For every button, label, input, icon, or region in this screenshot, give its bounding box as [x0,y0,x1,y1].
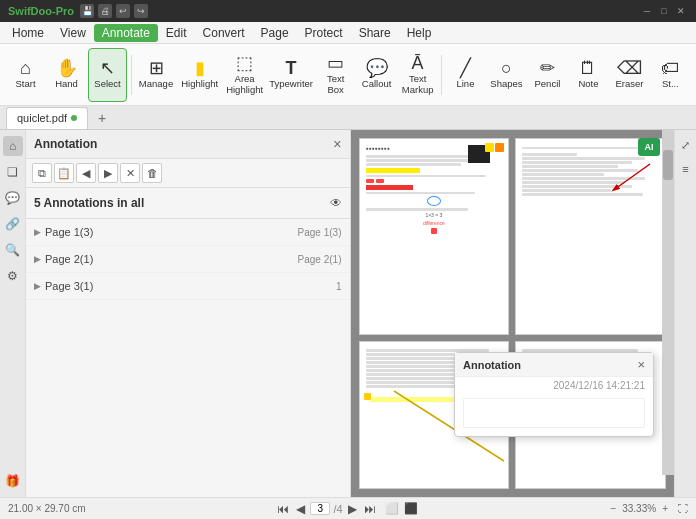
anno-popup-text[interactable] [463,398,645,428]
sidebar-icon-search[interactable]: 🔍 [3,240,23,260]
tool-text-markup[interactable]: Ā Text Markup [398,48,437,102]
menu-convert[interactable]: Convert [195,24,253,42]
pdf-page-1[interactable]: ●●●●●●●● 1×3 = [359,138,510,335]
zoom-out-button[interactable]: − [607,503,619,514]
tool-pencil[interactable]: ✏ Pencil [528,48,567,102]
eraser-icon: ⌫ [617,59,642,77]
shapes-icon: ○ [501,59,512,77]
tool-select[interactable]: ↖ Select [88,48,127,102]
panel-next-btn[interactable]: ▶ [98,163,118,183]
eye-icon[interactable]: 👁 [330,196,342,210]
pdf-page-2[interactable] [515,138,666,335]
tool-text-box[interactable]: ▭ Text Box [316,48,355,102]
highlight-icon: ▮ [195,59,205,77]
tool-typewriter[interactable]: T Typewriter [268,48,314,102]
menu-protect[interactable]: Protect [297,24,351,42]
anno-popup-date: 2024/12/16 14:21:21 [455,377,653,394]
pdf-canvas[interactable]: ●●●●●●●● 1×3 = [351,130,675,497]
last-page-button[interactable]: ⏭ [362,502,378,516]
sidebar-icon-comment[interactable]: 💬 [3,188,23,208]
annotation-panel: Annotation × ⧉ 📋 ◀ ▶ ✕ 🗑 5 Annotations i… [26,130,351,497]
right-scrollbar[interactable] [662,130,674,475]
page-number-input[interactable] [310,502,330,515]
sidebar-icon-pages[interactable]: ❏ [3,162,23,182]
right-icon-1[interactable]: ⤢ [677,136,695,154]
anno-page2-label: Page 2(1) [45,253,93,265]
arrow-annotation [605,159,655,202]
anno-popup-close-button[interactable]: × [637,357,645,372]
pencil-label: Pencil [535,79,561,89]
manage-icon: ⊞ [149,59,164,77]
select-label: Select [94,79,120,89]
fit-page-button[interactable]: ⬜ [385,502,399,515]
sidebar-icon-link[interactable]: 🔗 [3,214,23,234]
tool-highlight[interactable]: ▮ Highlight [178,48,221,102]
menu-view[interactable]: View [52,24,94,42]
panel-toolbar: ⧉ 📋 ◀ ▶ ✕ 🗑 [26,159,350,188]
first-page-button[interactable]: ⏮ [275,502,291,516]
maximize-button[interactable]: □ [657,4,671,18]
menu-home[interactable]: Home [4,24,52,42]
menu-edit[interactable]: Edit [158,24,195,42]
note-yellow-dot[interactable] [364,393,371,400]
zoom-in-button[interactable]: + [659,503,671,514]
panel-prev-btn[interactable]: ◀ [76,163,96,183]
ai-badge[interactable]: AI [638,138,660,156]
anno-page1-label: Page 1(3) [45,226,93,238]
sticky-note-orange[interactable] [495,143,504,152]
sticky-note-yellow[interactable] [485,143,494,152]
panel-paste-btn[interactable]: 📋 [54,163,74,183]
sidebar-icon-gift[interactable]: 🎁 [3,471,23,491]
tool-eraser[interactable]: ⌫ Eraser [610,48,649,102]
panel-trash-btn[interactable]: 🗑 [142,163,162,183]
anno-group-page3-header[interactable]: ▶ Page 3(1) 1 [34,277,342,295]
minimize-button[interactable]: ─ [640,4,654,18]
print-icon[interactable]: 🖨 [98,4,112,18]
sidebar-icon-home[interactable]: ⌂ [3,136,23,156]
tool-hand[interactable]: ✋ Hand [47,48,86,102]
tool-note[interactable]: 🗒 Note [569,48,608,102]
title-bar-controls: ─ □ ✕ [640,4,688,18]
tool-shapes[interactable]: ○ Shapes [487,48,526,102]
anno-group-page1-header[interactable]: ▶ Page 1(3) Page 1(3) [34,223,342,241]
anno-group-page2-header[interactable]: ▶ Page 2(1) Page 2(1) [34,250,342,268]
file-tab[interactable]: quiclet.pdf [6,107,88,129]
right-icon-2[interactable]: ≡ [677,160,695,178]
text-box-icon: ▭ [327,54,344,72]
redo-title-icon[interactable]: ↪ [134,4,148,18]
anno-group-page2[interactable]: ▶ Page 2(1) Page 2(1) [26,246,350,273]
menu-share[interactable]: Share [351,24,399,42]
panel-close-button[interactable]: × [333,136,341,152]
tool-line[interactable]: ╱ Line [446,48,485,102]
tool-start[interactable]: ⌂ Start [6,48,45,102]
tab-add-button[interactable]: + [92,108,112,128]
save-icon[interactable]: 💾 [80,4,94,18]
sidebar-icon-settings[interactable]: ⚙ [3,266,23,286]
hand-icon: ✋ [56,59,78,77]
tool-stamp[interactable]: 🏷 St... [651,48,690,102]
anno-page1-right-label: Page 1(3) [298,227,342,238]
anno-popup-header: Annotation × [455,353,653,377]
next-page-button[interactable]: ▶ [346,502,359,516]
tool-callout[interactable]: 💬 Callout [357,48,396,102]
anno-chevron-3: ▶ [34,281,41,291]
line-icon: ╱ [460,59,471,77]
tool-manage[interactable]: ⊞ Manage [136,48,176,102]
anno-chevron-1: ▶ [34,227,41,237]
anno-group-page3[interactable]: ▶ Page 3(1) 1 [26,273,350,300]
fit-width-button[interactable]: ⬛ [404,502,418,515]
undo-title-icon[interactable]: ↩ [116,4,130,18]
prev-page-button[interactable]: ◀ [294,502,307,516]
menu-page[interactable]: Page [253,24,297,42]
tool-area-highlight[interactable]: ⬚ Area Highlight [223,48,266,102]
title-bar-left: SwifDoo-Pro 💾 🖨 ↩ ↪ [8,4,148,18]
panel-delete-btn[interactable]: ✕ [120,163,140,183]
panel-copy-btn[interactable]: ⧉ [32,163,52,183]
anno-page2-right: Page 2(1) [298,254,342,265]
menu-help[interactable]: Help [399,24,440,42]
fullscreen-button[interactable]: ⛶ [678,503,688,514]
close-button[interactable]: ✕ [674,4,688,18]
anno-group-page1[interactable]: ▶ Page 1(3) Page 1(3) [26,219,350,246]
menu-annotate[interactable]: Annotate [94,24,158,42]
scroll-thumb[interactable] [663,150,673,180]
